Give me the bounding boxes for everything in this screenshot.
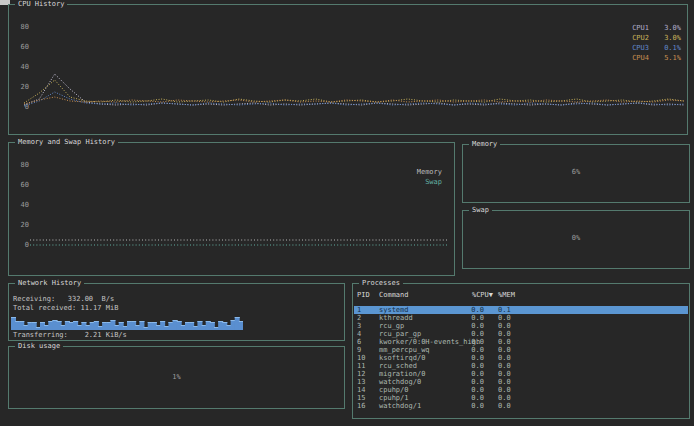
memory-gauge-dots-icon [570,151,583,159]
process-row[interactable]: 4rcu_par_gp0.00.0 [354,330,688,338]
process-cell: 0.0 [453,362,484,370]
y-tick-label: 0 [15,241,29,249]
network-chart [11,314,243,330]
memory-gauge-value: 6% [463,168,689,177]
process-cell: 6 [357,338,361,346]
process-cell: 11 [357,362,365,370]
memory-gauge-panel: Memory 6% [462,144,690,203]
column-cpu[interactable]: %CPU▼ [453,291,493,299]
process-cell: 0.0 [453,394,484,402]
process-cell: rcu_sched [379,362,417,370]
process-row[interactable]: 13watchdog/00.00.0 [354,378,688,386]
process-cell: 0.0 [498,402,511,410]
process-row[interactable]: 10ksoftirqd/00.00.0 [354,354,688,362]
process-cell: mm_percpu_wq [379,346,430,354]
processes-header: PID Command %CPU▼ %MEM [353,291,689,299]
process-row[interactable]: 14cpuhp/00.00.0 [354,386,688,394]
process-cell: 0.0 [498,362,511,370]
process-row[interactable]: 1systemd0.00.1 [354,306,688,314]
process-row[interactable]: 3rcu_gp0.00.0 [354,322,688,330]
legend-item-cpu3: CPU30.1% [632,43,681,53]
process-row[interactable]: 16watchdog/10.00.0 [354,402,688,410]
process-cell: kthreadd [379,314,413,322]
swap-gauge-title: Swap [469,206,492,215]
process-row[interactable]: 6kworker/0:0H-events_high0.00.0 [354,338,688,346]
process-cell: 0.0 [453,346,484,354]
disk-gauge-dots-icon [169,356,180,364]
process-cell: 0.0 [498,330,511,338]
process-row[interactable]: 2kthreadd0.00.0 [354,314,688,322]
swap-gauge-dots-icon [570,217,583,225]
process-cell: 15 [357,394,365,402]
process-cell: 0.0 [498,322,511,330]
process-cell: ksoftirqd/0 [379,354,425,362]
network-receiving: Receiving: 332.00 B/s [13,295,114,304]
process-cell: 0.0 [498,346,511,354]
cpu-legend: CPU13.0%CPU23.0%CPU30.1%CPU45.1% [632,23,681,63]
swap-gauge-panel: Swap 0% [462,210,690,269]
process-cell: 0.0 [453,314,484,322]
process-cell: watchdog/0 [379,378,421,386]
process-cell: rcu_par_gp [379,330,421,338]
legend-item-cpu4: CPU45.1% [632,53,681,63]
disk-usage-title: Disk usage [15,342,63,351]
memory-swap-chart [29,143,449,247]
process-row[interactable]: 15cpuhp/10.00.0 [354,394,688,402]
process-row[interactable]: 12migration/00.00.0 [354,370,688,378]
processes-panel: Processes PID Command %CPU▼ %MEM 1system… [352,283,690,419]
cpu-history-panel: CPU History 020406080 CPU13.0%CPU23.0%CP… [8,4,688,135]
process-cell: 0.0 [498,394,511,402]
legend-item-cpu2: CPU23.0% [632,33,681,43]
legend-item-memory: Memory [417,167,442,177]
process-cell: 0.0 [453,402,484,410]
process-row[interactable]: 9mm_percpu_wq0.00.0 [354,346,688,354]
process-cell: 0.0 [498,386,511,394]
process-cell: watchdog/1 [379,402,421,410]
process-cell: 0.0 [498,370,511,378]
process-cell: 0.0 [453,386,484,394]
y-tick-label: 40 [15,201,29,209]
processes-title: Processes [359,279,403,288]
memory-swap-history-panel: Memory and Swap History 020406080 Memory… [8,142,455,276]
process-cell: 14 [357,386,365,394]
process-cell: 13 [357,378,365,386]
legend-item-swap: Swap [417,177,442,187]
memory-gauge-title: Memory [469,140,500,149]
process-cell: 9 [357,346,361,354]
disk-gauge-value: 1% [9,373,344,382]
process-cell: 0.0 [498,378,511,386]
column-mem[interactable]: %MEM [498,291,515,299]
network-transferring: Transferring: 2.21 KiB/s [13,331,127,340]
process-cell: 0.0 [453,338,484,346]
process-cell: 0.0 [453,322,484,330]
process-cell: 12 [357,370,365,378]
process-cell: 0.0 [453,378,484,386]
disk-usage-panel: Disk usage 1% [8,346,345,409]
process-cell: 0.1 [498,306,511,314]
network-total-received: Total received: 11.17 MiB [13,304,118,313]
legend-item-cpu1: CPU13.0% [632,23,681,33]
swap-gauge-value: 0% [463,234,689,243]
process-cell: 0.0 [498,354,511,362]
process-cell: 1 [357,306,361,314]
network-history-panel: Network History Receiving: 332.00 B/s To… [8,283,345,341]
process-cell: cpuhp/1 [379,394,409,402]
process-cell: 3 [357,322,361,330]
cpu-history-chart [23,5,685,109]
process-cell: 10 [357,354,365,362]
process-cell: cpuhp/0 [379,386,409,394]
process-cell: 16 [357,402,365,410]
process-row[interactable]: 11rcu_sched0.00.0 [354,362,688,370]
network-history-title: Network History [15,279,84,288]
process-cell: 0.0 [453,306,484,314]
y-tick-label: 60 [15,181,29,189]
column-command[interactable]: Command [379,291,409,299]
process-cell: 0.0 [453,370,484,378]
memory-swap-legend: MemorySwap [417,167,442,187]
process-cell: systemd [379,306,409,314]
column-pid[interactable]: PID [357,291,370,299]
process-cell: 0.0 [498,314,511,322]
process-cell: 0.0 [453,330,484,338]
process-cell: 0.0 [453,354,484,362]
process-cell: rcu_gp [379,322,404,330]
